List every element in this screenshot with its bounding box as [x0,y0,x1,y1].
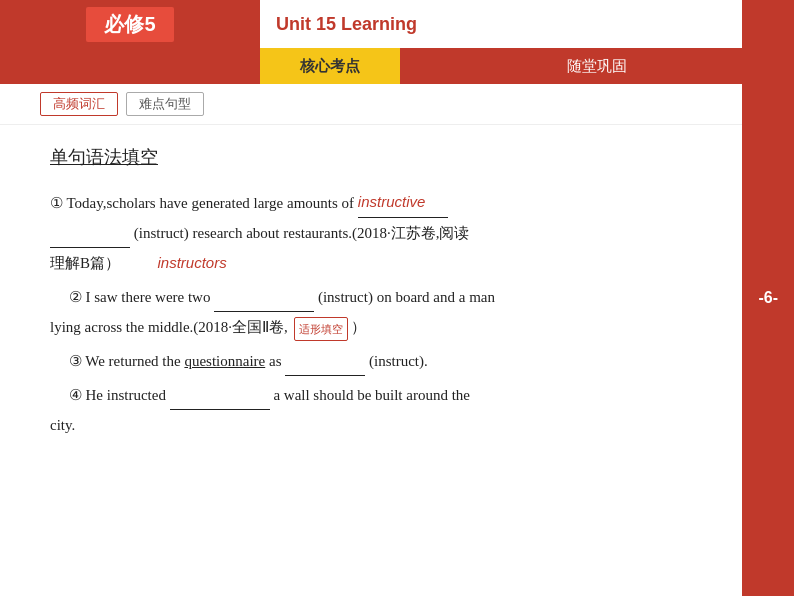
exercise-4: ④ He instructed a wall should be built a… [50,380,744,440]
ex4-num: ④ [69,387,82,403]
unit-badge: 必修5 [86,7,173,42]
ex1-text-before: Today,scholars have generated large amou… [66,195,354,211]
ex3-text-before: We returned the [85,353,184,369]
ex3-underline-word: questionnaire [184,353,265,369]
ex3-text-middle: as [269,353,285,369]
exercise-1: ① Today,scholars have generated large am… [50,187,744,278]
ex2-end: ） [351,319,366,335]
ex1-text-after2: 理解B篇） [50,255,120,271]
ex4-text-after: a wall should be built around the [273,387,470,403]
exercise-block: ① Today,scholars have generated large am… [50,187,744,440]
tab-core-points[interactable]: 核心考点 [260,48,400,84]
ex1-blank1: instructive [358,187,448,218]
exercise-3: ③ We returned the questionnaire as (inst… [50,346,744,376]
header-left-panel: 必修5 [0,0,260,48]
tab-core-points-label: 核心考点 [300,57,360,76]
ex2-hint: (instruct) on board and a man [318,289,495,305]
tab-bar: 核心考点 随堂巩固 -6- [0,48,794,84]
ex3-blank [285,358,365,376]
ex2-blank [214,294,314,312]
ex1-answer1: instructive [358,187,426,217]
ex4-blank [170,392,270,410]
exercise-2: ② I saw there were two (instruct) on boa… [50,282,744,342]
tab-classroom-label: 随堂巩固 [567,57,627,76]
ex1-answer2: instructors [158,254,227,271]
ex2-text-before: I saw there were two [86,289,215,305]
unit-title: Unit 15 Learning [276,14,417,35]
sub-tab-sentences[interactable]: 难点句型 [126,92,204,116]
ex4-text-after2: city. [50,417,75,433]
section-title: 单句语法填空 [50,145,744,169]
sub-tab-bar: 高频词汇 难点句型 [0,84,794,125]
ex2-num: ② [69,289,82,305]
sub-tab-sentences-label: 难点句型 [139,96,191,111]
ex4-text-before: He instructed [86,387,170,403]
header: 必修5 Unit 15 Learning [0,0,794,48]
ex3-hint: (instruct). [369,353,428,369]
ex3-num: ③ [69,353,82,369]
content-area: 单句语法填空 ① Today,scholars have generated l… [0,125,794,464]
ex1-text-after: (instruct) research about restaurants.(2… [134,225,470,241]
tab-classroom-consolidation[interactable]: 随堂巩固 [400,48,794,84]
header-right-panel: Unit 15 Learning [260,0,794,48]
ex2-tag: 适形填空 [294,317,348,341]
sub-tab-vocabulary[interactable]: 高频词汇 [40,92,118,116]
page-number: -6- [742,0,794,596]
ex1-num: ① [50,195,63,211]
sub-tab-vocabulary-label: 高频词汇 [53,96,105,111]
ex2-text2: lying across the middle.(2018·全国Ⅱ卷, [50,319,288,335]
ex1-blank2 [50,230,130,248]
